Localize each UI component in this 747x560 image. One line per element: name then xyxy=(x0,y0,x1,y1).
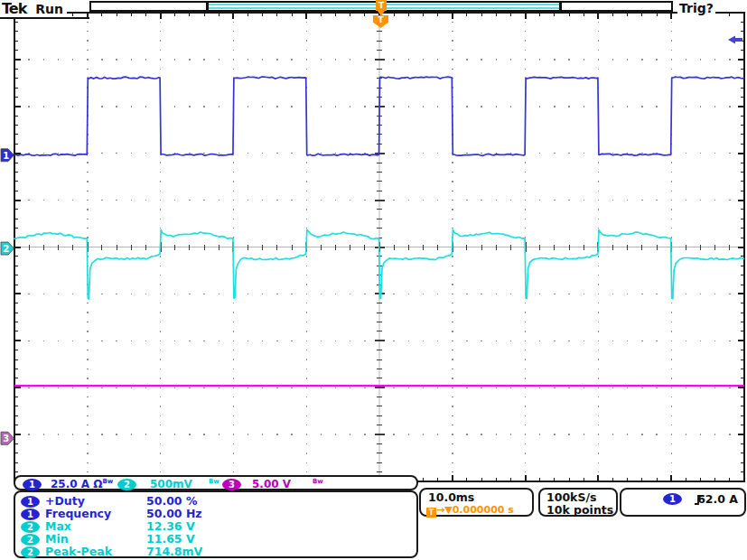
trigger-source-badge: 1 xyxy=(663,493,682,505)
measurement-label: +Duty xyxy=(45,495,85,508)
oscilloscope-screen: 123 TekRun Trig? T T 1 25.0 A ΩBw 2 500m… xyxy=(0,0,747,560)
trigger-to-arrow-icon: → xyxy=(436,504,444,516)
svg-text:1: 1 xyxy=(3,151,9,161)
bandwidth-limit-icon: Bw xyxy=(313,478,323,485)
channel-2-scale: 500mV xyxy=(150,478,192,490)
trigger-status-label: Trig? xyxy=(677,1,715,16)
bandwidth-limit-icon: Bw xyxy=(102,478,113,485)
channel-1-badge: 1 xyxy=(21,496,40,508)
channel-1-scale: 25.0 A ΩBw xyxy=(51,478,113,490)
logo-underline xyxy=(0,17,89,19)
channel-1-badge: 1 xyxy=(21,509,40,520)
time-per-division: 10.0ms xyxy=(428,490,474,504)
svg-text:3: 3 xyxy=(3,434,9,443)
measurement-value: 714.8mV xyxy=(146,546,202,558)
impedance-symbol: Ω xyxy=(93,478,102,490)
channel-2-badge: 2 xyxy=(21,534,40,546)
trigger-panel: 1 62.0 A xyxy=(620,488,746,517)
measurement-value: 50.00 % xyxy=(146,495,197,508)
channel-2-badge: 2 xyxy=(117,479,136,490)
channel-1-badge: 1 xyxy=(23,479,42,490)
channel-3-badge: 3 xyxy=(222,479,241,490)
measurement-label: Frequency xyxy=(45,508,111,520)
status-area: TekRun xyxy=(2,0,67,17)
acquisition-status: Run xyxy=(35,2,63,16)
acquisition-panel: 100kS/s 10k points xyxy=(538,488,618,517)
tek-logo: Tek xyxy=(2,0,26,17)
channel-2-badge: 2 xyxy=(21,546,40,558)
measurement-value: 12.36 V xyxy=(146,520,195,533)
measurement-label: Min xyxy=(45,533,69,546)
measurement-label: Max xyxy=(45,520,71,533)
timebase-panel: 10.0ms T→▼0.000000 s xyxy=(419,488,534,517)
bandwidth-limit-icon: Bw xyxy=(209,478,219,485)
record-length: 10k points xyxy=(546,503,613,517)
channel-3-scale: 5.00 V xyxy=(252,478,291,490)
measurement-value: 50.00 Hz xyxy=(146,508,202,520)
trigger-t-badge: T xyxy=(426,508,436,518)
sample-rate: 100kS/s xyxy=(546,490,596,504)
channel-2-badge: 2 xyxy=(21,521,40,533)
trigger-pointer-icon: ▼ xyxy=(444,504,452,516)
measurements-panel: 1 +Duty 50.00 % 1 Frequency 50.00 Hz 2 M… xyxy=(14,490,418,558)
trigger-position-badge: T xyxy=(376,0,387,11)
measurement-label: Peak-Peak xyxy=(45,546,112,558)
svg-text:2: 2 xyxy=(3,244,9,254)
trigger-level-value: 62.0 A xyxy=(697,492,738,506)
measurement-value: 11.65 V xyxy=(146,533,195,546)
channel-settings-bar: 1 25.0 A ΩBw 2 500mV Bw 3 5.00 V Bw xyxy=(14,475,418,490)
trigger-position-readout: 0.000000 s xyxy=(453,504,514,516)
